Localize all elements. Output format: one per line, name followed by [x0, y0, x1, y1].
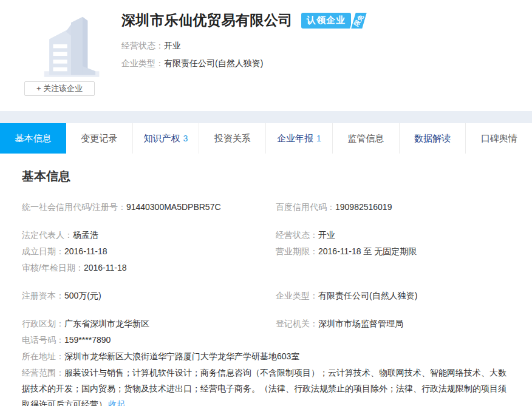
company-logo [35, 8, 107, 79]
field-label: 营业期限： [276, 246, 318, 256]
tab-intellectual-property[interactable]: 知识产权3 [132, 123, 199, 154]
tab-annual-report[interactable]: 企业年报1 [265, 123, 332, 154]
status-label: 经营状态： [121, 41, 164, 50]
tab-investment-relations[interactable]: 投资关系 [199, 123, 265, 154]
building-icon [35, 8, 107, 79]
field-label: 行政区划： [22, 319, 64, 328]
header-divider-strip [0, 111, 532, 123]
field-label: 登记机关： [276, 319, 318, 328]
claim-badge-label: 认领企业 [301, 13, 351, 29]
tab-label: 监管信息 [347, 133, 384, 144]
tab-data-interpretation[interactable]: 数据解读 [399, 123, 466, 154]
field-value: 杨孟浩 [73, 230, 98, 240]
tab-label: 投资关系 [214, 133, 251, 144]
field-row-legal-representative: 法定代表人：杨孟浩 经营状态：开业 [22, 227, 510, 243]
tab-label: 基本信息 [15, 133, 51, 144]
field-value: 深圳市龙华新区大浪街道华宁路厦门大学龙华产学研基地603室 [64, 351, 299, 361]
tab-label: 知识产权 [143, 133, 180, 144]
field-value: 500万(元) [64, 291, 101, 300]
field-row-phone-number: 电话号码：159****7890 [22, 332, 510, 348]
field-row-business-scope: 经营范围：服装设计与销售；计算机软件设计；商务信息咨询（不含限制项目）；云计算技… [22, 365, 510, 406]
company-type-label: 企业类型： [121, 58, 164, 68]
tab-label: 口碑舆情 [481, 133, 517, 144]
field-label: 注册资本： [22, 291, 64, 300]
field-label: 经营范围： [22, 368, 64, 377]
field-value: 2016-11-18 [84, 263, 127, 272]
field-row-credit-code: 统一社会信用代码/注册号：91440300MA5DPBR57C 百度信用代码：1… [22, 199, 510, 215]
field-row-address: 所在地址：深圳市龙华新区大浪街道华宁路厦门大学龙华产学研基地603室 [22, 348, 510, 365]
field-label: 经营状态： [276, 230, 318, 240]
field-label: 法定代表人： [22, 230, 73, 240]
basic-info-panel: 基本信息 统一社会信用代码/注册号：91440300MA5DPBR57C 百度信… [0, 154, 532, 406]
tab-public-opinion[interactable]: 口碑舆情 [465, 123, 532, 154]
tab-count: 1 [316, 134, 321, 143]
field-value: 深圳市市场监督管理局 [318, 319, 403, 328]
company-header: + 关注该企业 深圳市乐仙优贸易有限公司 认领企业 限免 经营状态：开业 企业类… [0, 0, 532, 111]
field-label: 企业类型： [276, 291, 318, 300]
follow-company-button[interactable]: + 关注该企业 [24, 81, 95, 96]
field-value: 159****7890 [64, 335, 111, 345]
field-value: 开业 [318, 230, 335, 240]
field-value: 广东省深圳市龙华新区 [64, 319, 149, 328]
field-label: 成立日期： [22, 246, 64, 256]
field-label: 统一社会信用代码/注册号： [22, 202, 126, 212]
field-row-establish-date: 成立日期：2016-11-18 营业期限：2016-11-18 至 无固定期限 [22, 243, 510, 260]
section-title: 基本信息 [22, 168, 510, 184]
business-scope-text: 服装设计与销售；计算机软件设计；商务信息咨询（不含限制项目）；云计算技术、物联网… [22, 368, 506, 406]
tab-count: 3 [183, 134, 188, 143]
collapse-link[interactable]: 收起 [108, 399, 125, 406]
field-row-annual-check-date: 审核/年检日期：2016-11-18 [22, 260, 510, 276]
status-value: 开业 [164, 41, 181, 50]
tab-label: 企业年报 [277, 133, 313, 144]
field-row-registered-capital: 注册资本：500万(元) 企业类型：有限责任公司(自然人独资) [22, 288, 510, 304]
field-value: 2016-11-18 至 无固定期限 [318, 246, 417, 256]
free-ribbon: 限免 [350, 12, 369, 30]
claim-company-badge[interactable]: 认领企业 限免 [301, 12, 366, 30]
company-type-value: 有限责任公司(自然人独资) [164, 58, 263, 68]
field-label: 审核/年检日期： [22, 263, 84, 272]
tab-supervision-info[interactable]: 监管信息 [332, 123, 399, 154]
tab-change-records[interactable]: 变更记录 [66, 123, 132, 154]
field-value: 190982516019 [335, 202, 392, 212]
field-label: 所在地址： [22, 351, 64, 361]
field-value: 2016-11-18 [64, 246, 107, 256]
tab-basic-info[interactable]: 基本信息 [0, 123, 66, 154]
field-value: 有限责任公司(自然人独资) [318, 291, 417, 300]
free-ribbon-label: 限免 [352, 13, 366, 27]
field-label: 百度信用代码： [276, 202, 335, 212]
field-label: 电话号码： [22, 335, 64, 345]
company-name: 深圳市乐仙优贸易有限公司 [121, 11, 293, 30]
tab-label: 变更记录 [81, 133, 117, 144]
tab-bar: 基本信息 变更记录 知识产权3 投资关系 企业年报1 监管信息 数据解读 口碑舆… [0, 123, 532, 154]
field-value: 91440300MA5DPBR57C [126, 202, 221, 212]
tab-label: 数据解读 [414, 133, 451, 144]
field-row-administrative-division: 行政区划：广东省深圳市龙华新区 登记机关：深圳市市场监督管理局 [22, 316, 510, 332]
